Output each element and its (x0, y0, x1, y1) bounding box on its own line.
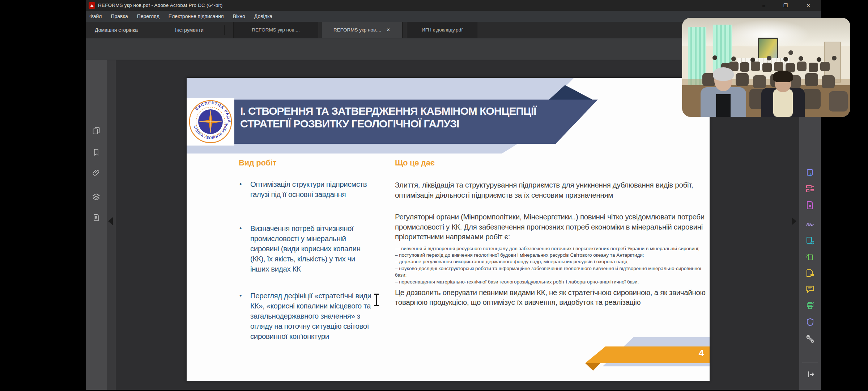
comment-tool-icon[interactable] (805, 285, 815, 294)
collapse-left-panel-icon[interactable] (108, 217, 113, 225)
restore-button[interactable]: ❐ (777, 0, 794, 11)
menu-view[interactable]: Перегляд (137, 13, 159, 19)
protect-icon[interactable] (805, 318, 815, 327)
slide-left-column: Вид робіт Оптимізація структури підприєм… (239, 158, 375, 341)
room-door (824, 42, 841, 83)
footer-ribbon-fold (585, 363, 600, 371)
acrobat-icon (89, 2, 95, 9)
list-item: Оптимізація структури підприємств галузі… (239, 179, 375, 199)
menu-esign[interactable]: Електронне підписання (169, 13, 224, 19)
organize-pages-icon[interactable] (805, 184, 815, 193)
fill-sign-icon[interactable] (805, 219, 815, 229)
left-column-heading: Вид робіт (239, 158, 375, 168)
audience-members (712, 55, 717, 60)
title-bar: REFORMS укр нов.pdf - Adobe Acrobat Pro … (86, 0, 821, 11)
minimize-button[interactable]: – (756, 0, 772, 11)
request-signatures-icon[interactable] (805, 269, 815, 278)
rail-separator (802, 362, 818, 362)
list-item: – переоснащення матеріально-технічної ба… (395, 279, 714, 285)
slide-title: І. СТВОРЕННЯ ТА ЗАТВЕРДЖЕННЯ КАБМІНОМ КО… (240, 105, 566, 130)
text-cursor (374, 293, 379, 306)
collapse-panel-icon[interactable] (807, 370, 815, 379)
list-item: – державне регулювання використання держ… (395, 258, 714, 265)
layers-icon[interactable] (92, 193, 101, 201)
tab-separator (224, 25, 225, 35)
tab-document-2-active[interactable]: REFORMS укр нов.... ✕ (321, 22, 403, 38)
pdf-page[interactable]: ЕКСПЕРТНА РАДА СПІЛКА ГЕОЛОГІВ УКРАЇНИ І… (187, 78, 710, 381)
window-title: REFORMS укр нов.pdf - Adobe Acrobat Pro … (98, 3, 222, 8)
paragraph: Регуляторні органи (Мінпромполітики, Мін… (395, 212, 714, 242)
menu-file[interactable]: Файл (89, 13, 102, 19)
list-item: Визначення потреб вітчизняної промислово… (239, 223, 375, 274)
page-thumbnails-icon[interactable] (92, 126, 101, 135)
priority-directions-list: — вивчення й відтворення ресурсного поте… (395, 245, 714, 285)
attachments-icon[interactable] (92, 169, 101, 177)
paragraph: Це дозволить оперувати певними видами КК… (395, 287, 714, 307)
slide-header-band-lower (187, 144, 517, 154)
slide-page-number: 4 (696, 348, 707, 359)
list-item: – поступовий перехід до вивчення геологі… (395, 252, 714, 258)
delete-pages-icon[interactable] (805, 201, 815, 210)
organization-logo: ЕКСПЕРТНА РАДА СПІЛКА ГЕОЛОГІВ УКРАЇНИ (187, 98, 234, 146)
tab-close-icon[interactable]: ✕ (386, 27, 390, 33)
expand-right-panel-icon[interactable] (792, 217, 796, 225)
participant-woman (761, 73, 805, 117)
paragraph: Злиття, ліквідація та структурування під… (395, 180, 714, 200)
menu-help[interactable]: Довідка (254, 13, 272, 19)
edit-pdf-icon[interactable] (805, 253, 815, 262)
list-item: – науково-дослідні конструкторські робот… (395, 265, 714, 279)
tab-tools[interactable]: Інструменти (175, 22, 204, 38)
close-button[interactable]: ✕ (800, 0, 817, 11)
work-types-list: Оптимізація структури підприємств галузі… (239, 179, 375, 341)
left-navigation-rail (86, 60, 107, 390)
slide-right-column: Що це дає Злиття, ліквідація та структур… (395, 158, 714, 307)
poster-boards (737, 58, 790, 70)
footer-orange-ribbon (585, 346, 710, 363)
tab-document-1[interactable]: REFORMS укр нов.... (233, 22, 318, 38)
list-item: — вивчення й відтворення ресурсного поте… (395, 245, 714, 252)
print-production-icon[interactable] (805, 301, 815, 310)
right-column-heading: Що це дає (395, 158, 714, 168)
slide-header-band (187, 78, 574, 100)
list-item: Перегляд дефініції «стратегічні види КК»… (239, 291, 375, 341)
bookmarks-icon[interactable] (92, 148, 101, 157)
more-tools-icon[interactable] (805, 334, 815, 344)
create-pdf-icon[interactable] (805, 236, 815, 245)
export-pdf-icon[interactable] (805, 168, 815, 178)
tab-home[interactable]: Домашня сторінка (95, 22, 138, 38)
menu-edit[interactable]: Правка (111, 13, 128, 19)
webcam-video-tile (682, 18, 850, 117)
screen: REFORMS укр нов.pdf - Adobe Acrobat Pro … (0, 0, 868, 391)
destinations-icon[interactable] (92, 213, 101, 222)
tab-document-3[interactable]: ИГН к докладу.pdf (407, 22, 477, 38)
participant-man (701, 69, 746, 117)
menu-window[interactable]: Вікно (233, 13, 245, 19)
